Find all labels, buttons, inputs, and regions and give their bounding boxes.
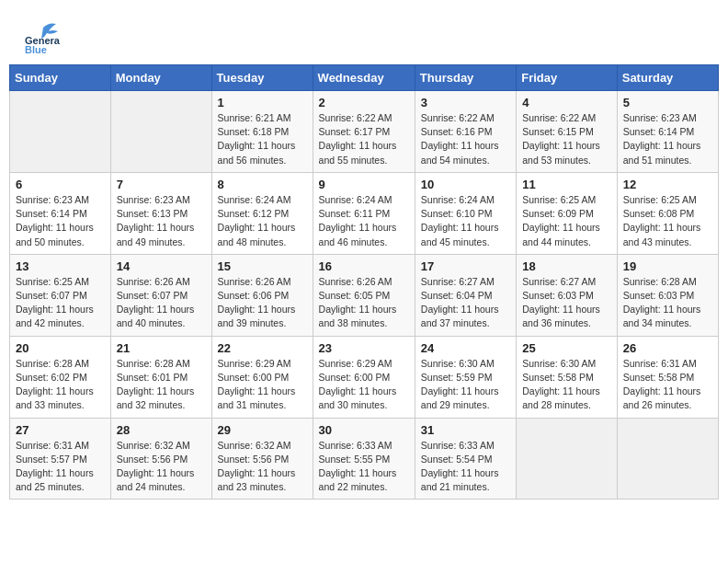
calendar-cell: 29Sunrise: 6:32 AM Sunset: 5:56 PM Dayli… [211, 418, 313, 500]
page-header: General Blue [9, 9, 719, 60]
calendar-cell [617, 418, 718, 500]
weekday-header-wednesday: Wednesday [313, 65, 415, 91]
calendar-header: SundayMondayTuesdayWednesdayThursdayFrid… [10, 65, 719, 91]
calendar-cell: 6Sunrise: 6:23 AM Sunset: 6:14 PM Daylig… [10, 172, 111, 254]
day-info: Sunrise: 6:32 AM Sunset: 5:56 PM Dayligh… [218, 439, 307, 495]
calendar-cell: 17Sunrise: 6:27 AM Sunset: 6:04 PM Dayli… [415, 254, 516, 336]
day-info: Sunrise: 6:28 AM Sunset: 6:02 PM Dayligh… [16, 357, 105, 413]
day-info: Sunrise: 6:23 AM Sunset: 6:14 PM Dayligh… [623, 111, 712, 167]
day-info: Sunrise: 6:31 AM Sunset: 5:57 PM Dayligh… [16, 439, 105, 495]
day-info: Sunrise: 6:24 AM Sunset: 6:11 PM Dayligh… [319, 193, 409, 249]
day-info: Sunrise: 6:25 AM Sunset: 6:07 PM Dayligh… [16, 275, 105, 331]
day-info: Sunrise: 6:26 AM Sunset: 6:07 PM Dayligh… [117, 275, 206, 331]
calendar-cell: 14Sunrise: 6:26 AM Sunset: 6:07 PM Dayli… [110, 254, 211, 336]
weekday-header-saturday: Saturday [617, 65, 718, 91]
calendar-cell: 27Sunrise: 6:31 AM Sunset: 5:57 PM Dayli… [10, 418, 111, 500]
day-number: 11 [522, 178, 610, 191]
calendar-cell: 31Sunrise: 6:33 AM Sunset: 5:54 PM Dayli… [415, 418, 516, 500]
logo: General Blue [23, 18, 60, 55]
calendar-cell [110, 91, 211, 173]
calendar-cell: 19Sunrise: 6:28 AM Sunset: 6:03 PM Dayli… [617, 254, 718, 336]
calendar-cell: 22Sunrise: 6:29 AM Sunset: 6:00 PM Dayli… [211, 336, 313, 418]
day-info: Sunrise: 6:28 AM Sunset: 6:01 PM Dayligh… [117, 357, 206, 413]
weekday-header-sunday: Sunday [10, 65, 111, 91]
day-info: Sunrise: 6:27 AM Sunset: 6:04 PM Dayligh… [421, 275, 510, 331]
day-number: 10 [421, 178, 510, 191]
day-info: Sunrise: 6:26 AM Sunset: 6:06 PM Dayligh… [218, 275, 307, 331]
calendar-cell: 15Sunrise: 6:26 AM Sunset: 6:06 PM Dayli… [211, 254, 313, 336]
calendar-cell: 21Sunrise: 6:28 AM Sunset: 6:01 PM Dayli… [110, 336, 211, 418]
day-info: Sunrise: 6:22 AM Sunset: 6:15 PM Dayligh… [522, 111, 610, 167]
calendar-cell: 10Sunrise: 6:24 AM Sunset: 6:10 PM Dayli… [415, 172, 516, 254]
day-info: Sunrise: 6:29 AM Sunset: 6:00 PM Dayligh… [319, 357, 409, 413]
calendar-cell [517, 418, 617, 500]
day-number: 13 [16, 259, 105, 273]
day-info: Sunrise: 6:23 AM Sunset: 6:13 PM Dayligh… [117, 193, 206, 249]
day-info: Sunrise: 6:25 AM Sunset: 6:08 PM Dayligh… [623, 193, 712, 249]
calendar-cell [10, 91, 111, 173]
day-info: Sunrise: 6:27 AM Sunset: 6:03 PM Dayligh… [522, 275, 610, 331]
svg-text:Blue: Blue [25, 44, 47, 55]
calendar-cell: 30Sunrise: 6:33 AM Sunset: 5:55 PM Dayli… [313, 418, 415, 500]
day-info: Sunrise: 6:33 AM Sunset: 5:55 PM Dayligh… [319, 439, 409, 495]
day-number: 20 [16, 341, 105, 355]
day-info: Sunrise: 6:26 AM Sunset: 6:05 PM Dayligh… [319, 275, 409, 331]
day-number: 2 [319, 96, 409, 109]
day-number: 22 [218, 341, 307, 355]
day-number: 26 [623, 341, 712, 355]
calendar-cell: 28Sunrise: 6:32 AM Sunset: 5:56 PM Dayli… [110, 418, 211, 500]
calendar-week-5: 27Sunrise: 6:31 AM Sunset: 5:57 PM Dayli… [10, 418, 719, 500]
calendar-cell: 25Sunrise: 6:30 AM Sunset: 5:58 PM Dayli… [517, 336, 617, 418]
day-info: Sunrise: 6:28 AM Sunset: 6:03 PM Dayligh… [623, 275, 712, 331]
day-number: 29 [218, 423, 307, 437]
day-info: Sunrise: 6:23 AM Sunset: 6:14 PM Dayligh… [16, 193, 105, 249]
day-number: 16 [319, 259, 409, 273]
calendar-cell: 11Sunrise: 6:25 AM Sunset: 6:09 PM Dayli… [517, 172, 617, 254]
calendar-cell: 13Sunrise: 6:25 AM Sunset: 6:07 PM Dayli… [10, 254, 111, 336]
weekday-header-friday: Friday [517, 65, 617, 91]
logo-icon: General Blue [23, 18, 60, 55]
calendar-cell: 1Sunrise: 6:21 AM Sunset: 6:18 PM Daylig… [211, 91, 313, 173]
day-info: Sunrise: 6:31 AM Sunset: 5:58 PM Dayligh… [623, 357, 712, 413]
calendar-week-2: 6Sunrise: 6:23 AM Sunset: 6:14 PM Daylig… [10, 172, 719, 254]
calendar-cell: 4Sunrise: 6:22 AM Sunset: 6:15 PM Daylig… [517, 91, 617, 173]
calendar-cell: 8Sunrise: 6:24 AM Sunset: 6:12 PM Daylig… [211, 172, 313, 254]
day-info: Sunrise: 6:24 AM Sunset: 6:12 PM Dayligh… [218, 193, 307, 249]
day-number: 6 [16, 178, 105, 191]
calendar-cell: 18Sunrise: 6:27 AM Sunset: 6:03 PM Dayli… [517, 254, 617, 336]
calendar-cell: 23Sunrise: 6:29 AM Sunset: 6:00 PM Dayli… [313, 336, 415, 418]
day-number: 1 [218, 96, 307, 109]
calendar-cell: 5Sunrise: 6:23 AM Sunset: 6:14 PM Daylig… [617, 91, 718, 173]
day-info: Sunrise: 6:24 AM Sunset: 6:10 PM Dayligh… [421, 193, 510, 249]
day-info: Sunrise: 6:30 AM Sunset: 5:59 PM Dayligh… [421, 357, 510, 413]
calendar-cell: 20Sunrise: 6:28 AM Sunset: 6:02 PM Dayli… [10, 336, 111, 418]
calendar-cell: 24Sunrise: 6:30 AM Sunset: 5:59 PM Dayli… [415, 336, 516, 418]
calendar-week-3: 13Sunrise: 6:25 AM Sunset: 6:07 PM Dayli… [10, 254, 719, 336]
day-number: 9 [319, 178, 409, 191]
day-number: 31 [421, 423, 510, 437]
calendar-body: 1Sunrise: 6:21 AM Sunset: 6:18 PM Daylig… [10, 91, 719, 500]
day-number: 21 [117, 341, 206, 355]
calendar-cell: 3Sunrise: 6:22 AM Sunset: 6:16 PM Daylig… [415, 91, 516, 173]
day-number: 30 [319, 423, 409, 437]
calendar-cell: 7Sunrise: 6:23 AM Sunset: 6:13 PM Daylig… [110, 172, 211, 254]
day-info: Sunrise: 6:33 AM Sunset: 5:54 PM Dayligh… [421, 439, 510, 495]
day-number: 8 [218, 178, 307, 191]
day-number: 15 [218, 259, 307, 273]
calendar-cell: 9Sunrise: 6:24 AM Sunset: 6:11 PM Daylig… [313, 172, 415, 254]
day-info: Sunrise: 6:32 AM Sunset: 5:56 PM Dayligh… [117, 439, 206, 495]
day-number: 18 [522, 259, 610, 273]
day-info: Sunrise: 6:30 AM Sunset: 5:58 PM Dayligh… [522, 357, 610, 413]
day-number: 19 [623, 259, 712, 273]
day-info: Sunrise: 6:21 AM Sunset: 6:18 PM Dayligh… [218, 111, 307, 167]
calendar-week-4: 20Sunrise: 6:28 AM Sunset: 6:02 PM Dayli… [10, 336, 719, 418]
day-number: 7 [117, 178, 206, 191]
weekday-header-row: SundayMondayTuesdayWednesdayThursdayFrid… [10, 65, 719, 91]
day-info: Sunrise: 6:22 AM Sunset: 6:17 PM Dayligh… [319, 111, 409, 167]
calendar-table: SundayMondayTuesdayWednesdayThursdayFrid… [9, 64, 719, 500]
calendar-cell: 26Sunrise: 6:31 AM Sunset: 5:58 PM Dayli… [617, 336, 718, 418]
calendar-cell: 12Sunrise: 6:25 AM Sunset: 6:08 PM Dayli… [617, 172, 718, 254]
calendar-cell: 2Sunrise: 6:22 AM Sunset: 6:17 PM Daylig… [313, 91, 415, 173]
day-number: 23 [319, 341, 409, 355]
day-number: 12 [623, 178, 712, 191]
